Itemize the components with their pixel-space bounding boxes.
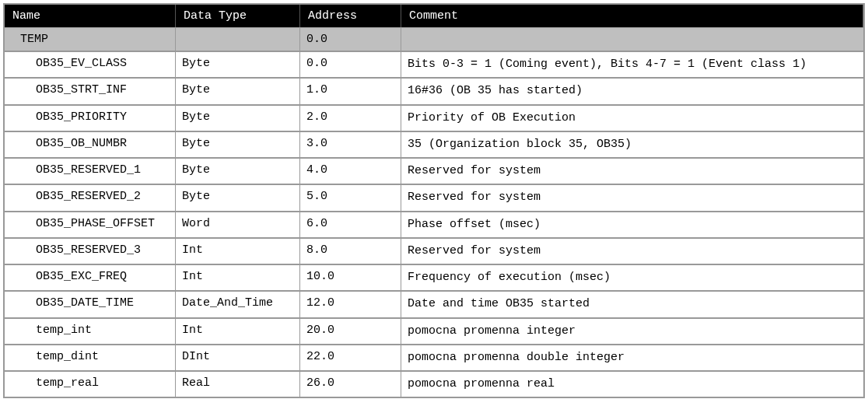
cell-name: OB35_OB_NUMBR xyxy=(5,132,176,157)
table-row[interactable]: OB35_RESERVED_1Byte4.0Reserved for syste… xyxy=(5,157,863,184)
cell-comment: pomocna promenna real xyxy=(401,372,863,397)
cell-type: Int xyxy=(176,239,300,264)
cell-address: 1.0 xyxy=(300,79,401,103)
cell-address: 4.0 xyxy=(300,159,401,184)
cell-address: 0.0 xyxy=(300,52,401,77)
cell-type: Real xyxy=(176,372,300,397)
table-row[interactable]: OB35_STRT_INFByte1.016#36 (OB 35 has sta… xyxy=(5,77,863,103)
cell-comment: Phase offset (msec) xyxy=(401,212,863,237)
cell-address: 10.0 xyxy=(300,265,401,290)
cell-address: 2.0 xyxy=(300,106,401,131)
rows-container: OB35_EV_CLASSByte0.0Bits 0-3 = 1 (Coming… xyxy=(5,51,863,397)
cell-type: Byte xyxy=(176,52,300,77)
section-temp[interactable]: TEMP 0.0 xyxy=(5,27,863,51)
cell-comment: Frequency of execution (msec) xyxy=(401,265,863,290)
cell-address: 26.0 xyxy=(300,372,401,397)
cell-comment: 35 (Organization block 35, OB35) xyxy=(401,132,863,157)
table-row[interactable]: temp_dintDInt22.0pomocna promenna double… xyxy=(5,344,863,370)
cell-name: OB35_PHASE_OFFSET xyxy=(5,212,176,237)
table-row[interactable]: OB35_RESERVED_2Byte5.0Reserved for syste… xyxy=(5,184,863,210)
table-row[interactable]: OB35_EV_CLASSByte0.0Bits 0-3 = 1 (Coming… xyxy=(5,51,863,77)
table-row[interactable]: OB35_DATE_TIMEDate_And_Time12.0Date and … xyxy=(5,290,863,317)
cell-comment: Bits 0-3 = 1 (Coming event), Bits 4-7 = … xyxy=(401,52,863,77)
cell-name: OB35_STRT_INF xyxy=(5,79,176,103)
header-name: Name xyxy=(5,5,176,27)
cell-type: Byte xyxy=(176,159,300,184)
cell-type: Int xyxy=(176,319,300,344)
cell-type: Byte xyxy=(176,79,300,103)
cell-type: Word xyxy=(176,212,300,237)
cell-name: OB35_EV_CLASS xyxy=(5,52,176,77)
header-comment: Comment xyxy=(401,5,863,27)
table-row[interactable]: OB35_PRIORITYByte2.0Priority of OB Execu… xyxy=(5,104,863,131)
header-address: Address xyxy=(300,5,401,27)
table-row[interactable]: OB35_EXC_FREQInt10.0Frequency of executi… xyxy=(5,264,863,290)
section-name: TEMP xyxy=(5,28,176,51)
cell-name: OB35_RESERVED_1 xyxy=(5,159,176,184)
cell-address: 3.0 xyxy=(300,132,401,157)
cell-name: temp_real xyxy=(5,372,176,397)
cell-comment: Reserved for system xyxy=(401,239,863,264)
cell-comment: pomocna promenna integer xyxy=(401,319,863,344)
table-row[interactable]: temp_realReal26.0pomocna promenna real xyxy=(5,370,863,397)
cell-type: Byte xyxy=(176,185,300,210)
section-type xyxy=(176,28,300,51)
cell-address: 8.0 xyxy=(300,239,401,264)
table-row[interactable]: OB35_PHASE_OFFSETWord6.0Phase offset (ms… xyxy=(5,211,863,237)
table-header: Name Data Type Address Comment xyxy=(5,5,863,27)
cell-address: 5.0 xyxy=(300,185,401,210)
cell-name: OB35_EXC_FREQ xyxy=(5,265,176,290)
cell-type: Int xyxy=(176,265,300,290)
cell-name: temp_dint xyxy=(5,345,176,370)
cell-address: 6.0 xyxy=(300,212,401,237)
cell-address: 12.0 xyxy=(300,292,401,317)
cell-address: 22.0 xyxy=(300,345,401,370)
cell-name: OB35_DATE_TIME xyxy=(5,292,176,317)
section-address: 0.0 xyxy=(300,28,401,51)
cell-type: Date_And_Time xyxy=(176,292,300,317)
cell-type: DInt xyxy=(176,345,300,370)
section-comment xyxy=(401,28,863,51)
table-row[interactable]: OB35_OB_NUMBRByte3.035 (Organization blo… xyxy=(5,131,863,157)
cell-comment: pomocna promenna double integer xyxy=(401,345,863,370)
cell-name: OB35_RESERVED_3 xyxy=(5,239,176,264)
cell-type: Byte xyxy=(176,106,300,131)
table-row[interactable]: OB35_RESERVED_3Int8.0Reserved for system xyxy=(5,237,863,264)
header-type: Data Type xyxy=(176,5,300,27)
table-row[interactable]: temp_intInt20.0pomocna promenna integer xyxy=(5,317,863,344)
cell-comment: Date and time OB35 started xyxy=(401,292,863,317)
cell-comment: Priority of OB Execution xyxy=(401,106,863,131)
cell-comment: Reserved for system xyxy=(401,159,863,184)
cell-comment: 16#36 (OB 35 has started) xyxy=(401,79,863,103)
cell-address: 20.0 xyxy=(300,319,401,344)
variable-table: Name Data Type Address Comment TEMP 0.0 … xyxy=(3,3,865,398)
cell-name: temp_int xyxy=(5,319,176,344)
cell-comment: Reserved for system xyxy=(401,185,863,210)
cell-type: Byte xyxy=(176,132,300,157)
cell-name: OB35_PRIORITY xyxy=(5,106,176,131)
cell-name: OB35_RESERVED_2 xyxy=(5,185,176,210)
